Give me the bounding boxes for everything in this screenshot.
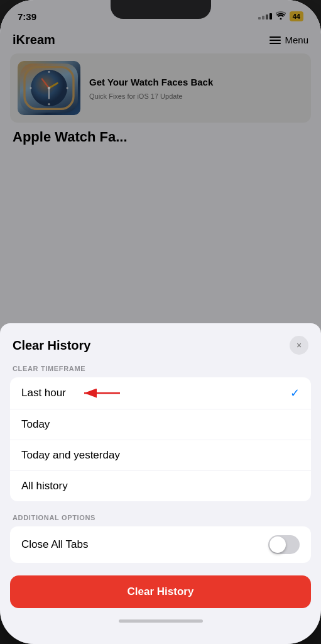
phone-screen: 7:39 44: [0, 0, 321, 644]
home-indicator: [119, 619, 203, 623]
close-button[interactable]: ×: [290, 336, 308, 355]
close-all-tabs-item: Close All Tabs: [10, 526, 311, 563]
option-all-history-label: All history: [21, 480, 68, 492]
additional-section-label: ADDITIONAL OPTIONS: [0, 514, 321, 526]
check-icon: ✓: [290, 386, 300, 400]
option-all-history[interactable]: All history: [10, 471, 311, 501]
close-all-tabs-label: Close All Tabs: [21, 538, 88, 551]
arrow-annotation: [79, 384, 123, 402]
timeframe-section-label: CLEAR TIMEFRAME: [0, 365, 321, 377]
option-today-yesterday[interactable]: Today and yesterday: [10, 440, 311, 471]
option-last-hour-label: Last hour: [21, 387, 66, 399]
option-last-hour[interactable]: Last hour ✓: [10, 377, 311, 409]
clear-history-modal: Clear History × CLEAR TIMEFRAME Last hou…: [0, 323, 321, 644]
option-today[interactable]: Today: [10, 409, 311, 440]
phone-frame: 7:39 44: [0, 0, 321, 644]
close-icon: ×: [297, 340, 302, 350]
close-all-tabs-toggle[interactable]: [268, 535, 300, 554]
option-today-yesterday-label: Today and yesterday: [21, 449, 120, 462]
additional-options-list: Close All Tabs: [10, 526, 311, 563]
option-today-label: Today: [21, 418, 50, 431]
clear-history-button-label: Clear History: [128, 586, 194, 597]
clear-history-button[interactable]: Clear History: [10, 575, 311, 608]
modal-header: Clear History ×: [0, 323, 321, 365]
notch: [111, 0, 211, 19]
modal-title: Clear History: [13, 338, 91, 353]
toggle-thumb: [269, 536, 286, 553]
timeframe-options-list: Last hour ✓ Today: [10, 377, 311, 501]
